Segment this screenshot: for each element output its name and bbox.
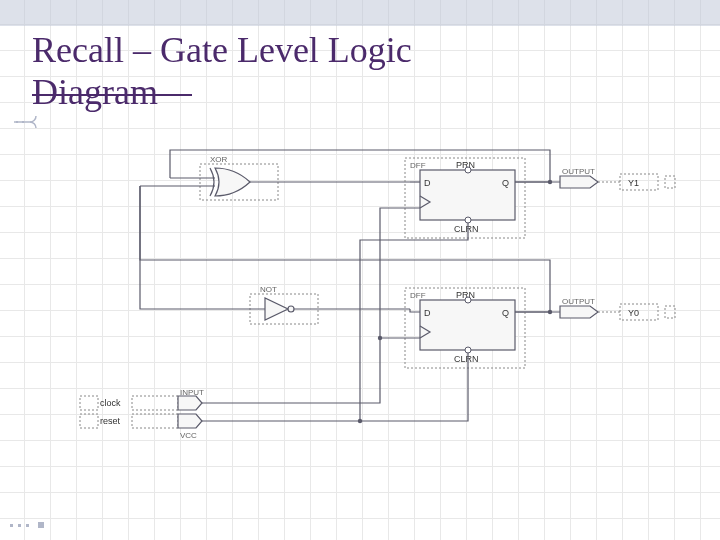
ff0-clrn-label: CLRN bbox=[454, 354, 479, 364]
svg-rect-13 bbox=[132, 396, 178, 410]
ff1-clrn-label: CLRN bbox=[454, 224, 479, 234]
svg-rect-16 bbox=[80, 414, 98, 428]
ff1-d-label: D bbox=[424, 178, 431, 188]
svg-rect-15 bbox=[132, 414, 178, 428]
output-y1: OUTPUT Y1 bbox=[515, 167, 658, 190]
svg-point-18 bbox=[358, 419, 362, 423]
ff1-type-label: DFF bbox=[410, 161, 426, 170]
svg-point-11 bbox=[465, 297, 471, 303]
ff1-q-label: Q bbox=[502, 178, 509, 188]
svg-point-7 bbox=[465, 167, 471, 173]
footer-decoration-icon bbox=[8, 518, 56, 534]
ff0-type-label: DFF bbox=[410, 291, 426, 300]
xor-gate: XOR bbox=[140, 155, 410, 200]
dff-1: D Q PRN CLRN DFF bbox=[405, 158, 525, 238]
logic-diagram: XOR NOT D Q PRN CLRN DFF bbox=[60, 140, 680, 460]
ff0-d-label: D bbox=[424, 308, 431, 318]
svg-point-17 bbox=[378, 336, 382, 340]
wire-clock-ff1 bbox=[202, 208, 420, 403]
svg-rect-6 bbox=[420, 170, 515, 220]
pin-stub-0 bbox=[665, 306, 675, 318]
ff0-q-label: Q bbox=[502, 308, 509, 318]
svg-rect-0 bbox=[16, 121, 18, 123]
svg-rect-27 bbox=[26, 524, 29, 527]
svg-rect-14 bbox=[80, 396, 98, 410]
svg-rect-28 bbox=[38, 522, 44, 528]
not-label: NOT bbox=[260, 285, 277, 294]
svg-point-8 bbox=[465, 217, 471, 223]
clock-input-label: clock bbox=[100, 398, 121, 408]
output-y1-label: Y1 bbox=[628, 178, 639, 188]
title-line-1: Recall – Gate Level Logic bbox=[32, 30, 412, 70]
svg-point-4 bbox=[288, 306, 294, 312]
svg-rect-25 bbox=[10, 524, 13, 527]
output-y0: OUTPUT Y0 bbox=[515, 297, 658, 320]
title-line-2: Diagram bbox=[32, 72, 158, 112]
page-title: Recall – Gate Level Logic Diagram bbox=[32, 30, 412, 113]
title-underline bbox=[32, 94, 192, 96]
corner-decoration-icon bbox=[12, 112, 44, 132]
svg-rect-26 bbox=[18, 524, 21, 527]
reset-vcc: VCC bbox=[180, 431, 197, 440]
svg-point-21 bbox=[548, 310, 552, 314]
reset-input: reset VCC bbox=[80, 414, 202, 440]
pin-stub-1 bbox=[665, 176, 675, 188]
svg-rect-10 bbox=[420, 300, 515, 350]
svg-rect-1 bbox=[22, 121, 24, 123]
output-y0-label: Y0 bbox=[628, 308, 639, 318]
clock-input-tag: INPUT bbox=[180, 388, 204, 397]
svg-point-19 bbox=[548, 180, 552, 184]
reset-input-label: reset bbox=[100, 416, 121, 426]
header-band bbox=[0, 0, 720, 26]
output0-tag: OUTPUT bbox=[562, 297, 595, 306]
output1-tag: OUTPUT bbox=[562, 167, 595, 176]
wire-not-in bbox=[140, 186, 265, 309]
xor-label: XOR bbox=[210, 155, 228, 164]
dff-0: D Q PRN CLRN DFF bbox=[405, 288, 525, 368]
not-gate: NOT bbox=[140, 186, 420, 324]
svg-point-12 bbox=[465, 347, 471, 353]
wire-reset-ff0 bbox=[202, 353, 468, 421]
